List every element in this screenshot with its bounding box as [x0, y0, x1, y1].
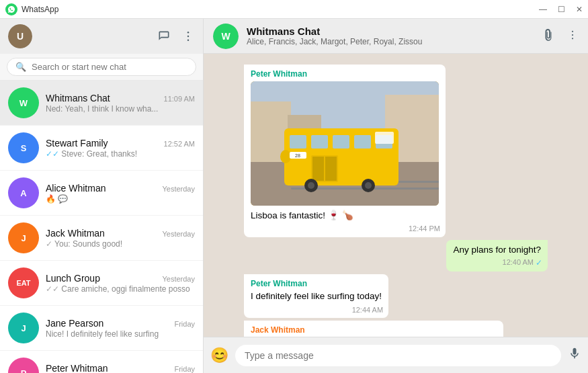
message-text: I definitely feel like surfing today!	[251, 290, 382, 303]
whatsapp-logo-icon	[5, 3, 17, 15]
sidebar-actions	[157, 30, 195, 43]
chat-time: Friday	[174, 320, 195, 328]
sidebar: U 🔍 W Whitmans Chat	[0, 19, 204, 373]
title-bar: WhatsApp — ☐ ✕	[0, 0, 588, 19]
message-sender: Jack Whitman	[251, 325, 497, 336]
chat-time: 12:52 AM	[164, 140, 195, 148]
chat-content: Lunch Group Yesterday ✓✓ Care amiche, og…	[46, 273, 195, 294]
chat-input-bar: 😊	[204, 337, 588, 373]
window-controls: — ☐ ✕	[539, 5, 583, 13]
svg-rect-15	[290, 135, 306, 149]
chat-name-row: Stewart Family 12:52 AM	[46, 138, 195, 149]
chat-name-row: Lunch Group Yesterday	[46, 273, 195, 284]
more-dots-icon	[566, 29, 579, 41]
chat-name: Lunch Group	[46, 273, 100, 284]
chat-header: W Whitmans Chat Alice, Francis, Jack, Ma…	[204, 19, 588, 54]
chat-item[interactable]: S Stewart Family 12:52 AM ✓✓ Steve: Grea…	[0, 126, 203, 171]
chat-time: Yesterday	[162, 230, 195, 238]
emoji-button[interactable]: 😊	[210, 347, 228, 364]
svg-rect-21	[312, 157, 324, 181]
svg-point-4	[572, 34, 573, 35]
message-sender: Peter Whitman	[251, 278, 382, 290]
chat-more-options-button[interactable]	[566, 29, 579, 44]
message-bubble: Any plans for tonight? 12:40 AM ✓	[446, 240, 548, 272]
close-button[interactable]: ✕	[576, 5, 583, 13]
svg-point-27	[308, 182, 314, 189]
chat-name: Whitmans Chat	[46, 93, 110, 103]
svg-rect-22	[325, 157, 337, 181]
chat-area: W Whitmans Chat Alice, Francis, Jack, Ma…	[204, 19, 588, 373]
svg-point-0	[187, 32, 190, 34]
search-input-wrap: 🔍	[7, 58, 196, 76]
svg-point-3	[572, 30, 573, 32]
chat-item[interactable]: W Whitmans Chat 11:09 AM Ned: Yeah, I th…	[0, 81, 203, 126]
chat-header-members: Alice, Francis, Jack, Margot, Peter, Roy…	[247, 37, 529, 46]
svg-point-2	[187, 40, 190, 42]
message-text: Any plans for tonight?	[453, 244, 541, 257]
double-tick-icon: ✓✓	[46, 149, 59, 159]
chat-content: Jane Pearson Friday Nice! I definitely f…	[46, 318, 195, 339]
chat-name: Stewart Family	[46, 138, 108, 149]
chat-name: Peter Whitman	[46, 363, 108, 374]
microphone-icon	[568, 347, 581, 360]
chat-content: Peter Whitman Friday Yeah, I think I kno…	[46, 363, 195, 374]
app-title: WhatsApp	[22, 5, 58, 14]
chat-item[interactable]: A Alice Whitman Yesterday 🔥 💬	[0, 171, 203, 216]
chat-item[interactable]: EAT Lunch Group Yesterday ✓✓ Care amiche…	[0, 261, 203, 306]
chat-header-actions	[542, 29, 579, 44]
chat-item[interactable]: J Jack Whitman Yesterday ✓ You: Sounds g…	[0, 216, 203, 261]
chat-item[interactable]: J Jane Pearson Friday Nice! I definitely…	[0, 306, 203, 351]
read-tick-icon: ✓	[536, 257, 542, 269]
chat-header-avatar[interactable]: W	[213, 24, 239, 49]
message-bubble: Peter Whitman	[244, 65, 446, 237]
user-avatar[interactable]: U	[8, 24, 32, 48]
svg-point-23	[280, 150, 291, 163]
svg-point-29	[365, 182, 372, 189]
chat-avatar: EAT	[8, 267, 39, 298]
chat-time: Friday	[174, 365, 195, 373]
message-time: 12:44 PM	[409, 224, 440, 234]
message-input[interactable]	[235, 345, 561, 366]
chat-content: Whitmans Chat 11:09 AM Ned: Yeah, I thin…	[46, 93, 195, 114]
chat-name: Jane Pearson	[46, 318, 103, 329]
chat-avatar: J	[8, 222, 39, 253]
new-chat-button[interactable]	[157, 30, 171, 43]
svg-rect-18	[354, 135, 371, 149]
single-tick-icon: ✓	[46, 239, 52, 249]
chat-content: Stewart Family 12:52 AM ✓✓ Steve: Great,…	[46, 138, 195, 159]
messages-area: Peter Whitman	[204, 54, 588, 337]
chat-name-row: Whitmans Chat 11:09 AM	[46, 93, 195, 103]
search-bar: 🔍	[0, 54, 203, 81]
svg-point-5	[572, 38, 573, 39]
more-options-button[interactable]	[181, 30, 195, 43]
attach-button[interactable]	[542, 29, 554, 44]
chat-header-name: Whitmans Chat	[247, 26, 534, 37]
chat-time: Yesterday	[162, 275, 195, 283]
message-sender: Peter Whitman	[251, 69, 439, 80]
chat-header-info[interactable]: Whitmans Chat Alice, Francis, Jack, Marg…	[247, 26, 534, 46]
user-avatar-placeholder: U	[8, 24, 32, 48]
microphone-button[interactable]	[568, 347, 581, 364]
svg-rect-30	[375, 132, 394, 144]
chat-item[interactable]: P Peter Whitman Friday Yeah, I think I k…	[0, 351, 203, 373]
maximize-button[interactable]: ☐	[558, 5, 565, 13]
message-time: 12:44 AM	[352, 305, 383, 315]
chat-content: Alice Whitman Yesterday 🔥 💬	[46, 183, 195, 204]
dots-icon	[181, 30, 195, 43]
chat-preview: 🔥 💬	[46, 194, 195, 204]
title-bar-left: WhatsApp	[5, 3, 58, 15]
message-image[interactable]: 28	[251, 81, 439, 206]
svg-rect-17	[333, 135, 349, 149]
app-container: U 🔍 W Whitmans Chat	[0, 19, 588, 373]
search-input[interactable]	[32, 62, 187, 72]
chat-avatar: J	[8, 313, 39, 343]
chat-preview: Ned: Yeah, I think I know wha...	[46, 104, 195, 114]
tram-image-svg: 28	[251, 81, 439, 206]
double-tick-grey-icon: ✓✓	[46, 284, 59, 294]
minimize-button[interactable]: —	[539, 5, 547, 13]
chat-avatar: P	[8, 358, 39, 373]
chat-name: Jack Whitman	[46, 228, 105, 239]
chat-preview: ✓✓ Steve: Great, thanks!	[46, 149, 195, 159]
paperclip-icon	[542, 29, 554, 41]
chat-list: W Whitmans Chat 11:09 AM Ned: Yeah, I th…	[0, 81, 203, 373]
